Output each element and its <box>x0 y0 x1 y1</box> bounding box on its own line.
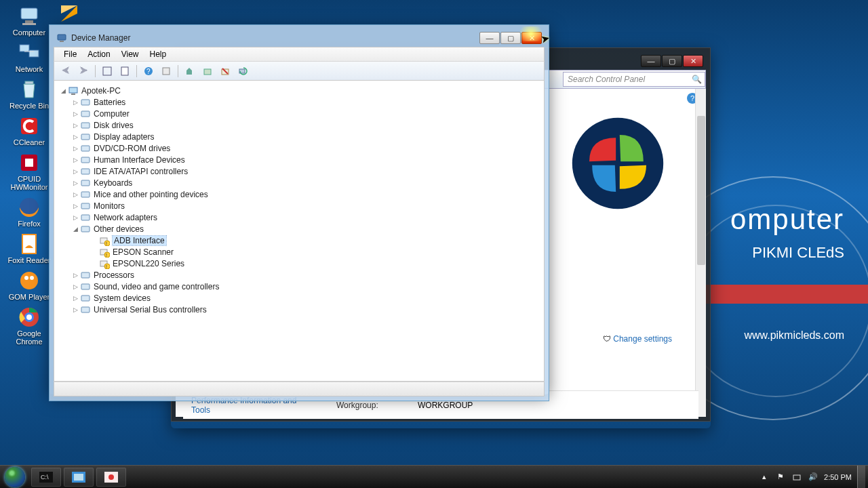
svg-point-13 <box>24 276 28 280</box>
expand-icon[interactable]: ▷ <box>71 99 80 106</box>
maximize-button[interactable]: ▢ <box>662 55 682 67</box>
svg-rect-27 <box>163 68 170 75</box>
tray-overflow-icon[interactable]: ▴ <box>759 472 770 483</box>
device-manager-titlebar[interactable]: Device Manager — ▢ ✕ <box>54 29 545 47</box>
back-button: ⮜ <box>58 64 73 79</box>
taskbar-app-recorder[interactable] <box>96 468 126 487</box>
tree-child[interactable]: !EPSONL220 Series <box>90 258 540 269</box>
desktop-icon[interactable]: Firefox <box>5 194 53 229</box>
tree-node-label: Batteries <box>94 98 125 107</box>
volume-icon[interactable]: 🔊 <box>808 472 818 483</box>
update-driver-button[interactable] <box>182 64 197 79</box>
network-icon[interactable] <box>791 472 802 483</box>
minimize-button[interactable]: — <box>479 32 500 44</box>
system-tray[interactable]: ▴ ⚑ 🔊 2:50 PM <box>756 466 868 489</box>
expand-icon[interactable]: ▷ <box>71 214 80 221</box>
tree-node-label: Monitors <box>94 201 125 211</box>
device-tree[interactable]: ◢Apotek-PC▷Batteries▷Computer▷Disk drive… <box>54 81 545 382</box>
tree-node[interactable]: ▷Universal Serial Bus controllers <box>71 304 540 315</box>
svg-text:?: ? <box>146 68 151 75</box>
taskbar[interactable]: C:\ ▴ ⚑ 🔊 2:50 PM <box>0 465 868 488</box>
expand-icon[interactable]: ▷ <box>71 145 80 152</box>
tree-node[interactable]: ▷System devices <box>71 292 540 304</box>
svg-rect-21 <box>58 35 66 40</box>
menu-action[interactable]: Action <box>82 48 115 60</box>
minimize-button[interactable]: — <box>641 55 661 67</box>
svg-rect-6 <box>25 81 33 84</box>
tree-node-label: Computer <box>94 109 130 119</box>
desktop-icon[interactable]: CPUID HWMonitor <box>5 149 53 192</box>
desktop-icon[interactable]: Computer <box>5 3 53 38</box>
tray-clock[interactable]: 2:50 PM <box>824 473 852 481</box>
wallpaper-subtitle: PIKMI CLEdS <box>730 244 844 262</box>
tree-node[interactable]: ◢Other devices <box>71 223 540 235</box>
menubar[interactable]: FileActionViewHelp <box>54 47 545 62</box>
tree-node[interactable]: ▷Disk drives <box>71 119 540 131</box>
tree-node[interactable]: ▷Processors <box>71 269 540 281</box>
expand-icon[interactable]: ▷ <box>71 295 80 302</box>
expand-icon[interactable]: ▷ <box>71 306 80 313</box>
maximize-button[interactable]: ▢ <box>500 32 521 44</box>
expand-icon[interactable]: ▷ <box>71 134 80 140</box>
tree-child[interactable]: !EPSON Scanner <box>90 246 540 258</box>
desktop-icon[interactable]: GOM Player <box>5 267 53 302</box>
action-button[interactable] <box>159 64 174 79</box>
tree-node[interactable]: ▷Keyboards <box>71 177 540 188</box>
help-button[interactable]: ? <box>141 64 156 79</box>
tree-node[interactable]: ▷IDE ATA/ATAPI controllers <box>71 165 540 177</box>
collapse-icon[interactable]: ◢ <box>58 87 68 94</box>
expand-icon[interactable]: ▷ <box>71 168 80 175</box>
svg-text:!: ! <box>106 253 107 258</box>
scrollbar[interactable] <box>695 89 706 417</box>
tree-node[interactable]: ▷Human Interface Devices <box>71 154 540 165</box>
tree-node[interactable]: ▷DVD/CD-ROM drives <box>71 142 540 154</box>
tree-node[interactable]: ▷Mice and other pointing devices <box>71 188 540 200</box>
tree-child[interactable]: !ADB Interface <box>90 235 540 246</box>
menu-help[interactable]: Help <box>144 48 172 60</box>
tree-child-label: ADB Interface <box>113 236 166 245</box>
desktop-icon[interactable]: Network <box>5 39 53 75</box>
desktop-icon[interactable]: CCleaner <box>5 113 53 148</box>
search-input[interactable]: Search Control Panel 🔍 <box>563 72 705 87</box>
expand-icon[interactable]: ▷ <box>71 191 80 198</box>
desktop-icon[interactable]: Foxit Reader <box>5 230 53 266</box>
uninstall-button[interactable] <box>200 64 215 79</box>
taskbar-app-system[interactable] <box>64 468 94 487</box>
tree-root[interactable]: ◢Apotek-PC <box>58 85 540 96</box>
expand-icon[interactable]: ▷ <box>71 283 80 290</box>
expand-icon[interactable]: ▷ <box>71 203 80 209</box>
scrollbar-thumb[interactable] <box>697 116 705 265</box>
properties-button[interactable] <box>117 64 132 79</box>
close-button[interactable]: ✕ <box>683 55 703 67</box>
device-manager-window[interactable]: Device Manager — ▢ ✕ FileActionViewHelp … <box>49 24 549 394</box>
forward-button: ⮞ <box>76 64 91 79</box>
svg-point-17 <box>26 314 32 320</box>
tree-node[interactable]: ▷Computer <box>71 108 540 119</box>
expand-icon[interactable]: ◢ <box>71 226 80 232</box>
desktop-icon[interactable]: Recycle Bin <box>5 76 53 111</box>
expand-icon[interactable]: ▷ <box>71 272 80 279</box>
show-desktop-button[interactable] <box>857 466 865 489</box>
expand-icon[interactable]: ▷ <box>71 157 80 163</box>
menu-file[interactable]: File <box>58 48 82 60</box>
tree-node[interactable]: ▷Display adapters <box>71 131 540 142</box>
tree-child-label: EPSON Scanner <box>113 247 174 257</box>
desktop-icon[interactable]: Google Chrome <box>5 304 53 347</box>
tree-node[interactable]: ▷Monitors <box>71 200 540 211</box>
tree-node[interactable]: ▷Network adapters <box>71 211 540 223</box>
menu-view[interactable]: View <box>116 48 144 60</box>
show-hidden-button[interactable] <box>100 64 115 79</box>
expand-icon[interactable]: ▷ <box>71 122 80 129</box>
flag-icon[interactable]: ⚑ <box>775 472 786 483</box>
taskbar-app-cmd[interactable]: C:\ <box>31 468 61 487</box>
disable-button[interactable] <box>218 64 233 79</box>
scan-hardware-button[interactable] <box>235 64 250 79</box>
tree-node[interactable]: ▷Sound, video and game controllers <box>71 281 540 292</box>
desktop-icon-winamp[interactable] <box>58 3 80 24</box>
expand-icon[interactable]: ▷ <box>71 110 80 117</box>
expand-icon[interactable]: ▷ <box>71 180 80 186</box>
start-button[interactable] <box>0 466 30 489</box>
search-icon[interactable]: 🔍 <box>692 75 702 84</box>
tree-node[interactable]: ▷Batteries <box>71 96 540 108</box>
change-settings-link[interactable]: Change settings <box>613 334 672 344</box>
